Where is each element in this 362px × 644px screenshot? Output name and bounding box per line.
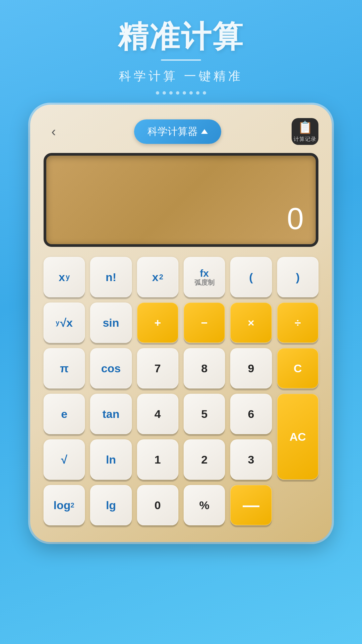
display-value: 0 — [287, 202, 304, 236]
btn-x2[interactable]: x2 — [137, 257, 178, 297]
btn-yroot[interactable]: y√x — [44, 303, 85, 343]
btn-equals[interactable]: — — [230, 485, 272, 525]
btn-cos[interactable]: cos — [90, 348, 131, 388]
arrow-up-icon — [201, 129, 208, 134]
btn-divide[interactable]: ÷ — [277, 303, 318, 343]
dot-8 — [203, 91, 206, 95]
dot-6 — [189, 91, 193, 95]
calculator-body: ‹ 科学计算器 📋 计算记录 0 xy n! x2 fx 弧度制 ( ) — [30, 105, 332, 542]
hero-divider — [161, 59, 201, 61]
button-grid: xy n! x2 fx 弧度制 ( ) y√x sin + − × ÷ π co… — [44, 257, 318, 525]
btn-2[interactable]: 2 — [184, 439, 225, 480]
btn-fx[interactable]: fx 弧度制 — [184, 257, 225, 297]
mode-label: 科学计算器 — [147, 125, 198, 139]
calc-top-bar: ‹ 科学计算器 📋 计算记录 — [44, 118, 318, 145]
btn-3[interactable]: 3 — [230, 439, 272, 480]
btn-9[interactable]: 9 — [230, 348, 272, 388]
btn-1[interactable]: 1 — [137, 439, 178, 480]
btn-7[interactable]: 7 — [137, 348, 178, 388]
btn-sin[interactable]: sin — [90, 303, 131, 343]
btn-right-paren[interactable]: ) — [277, 257, 318, 297]
btn-minus[interactable]: − — [184, 303, 225, 343]
btn-5[interactable]: 5 — [184, 394, 225, 434]
btn-factorial[interactable]: n! — [90, 257, 131, 297]
mode-button[interactable]: 科学计算器 — [134, 119, 221, 144]
btn-percent[interactable]: % — [184, 485, 225, 525]
dot-5 — [183, 91, 186, 95]
btn-allclear[interactable]: AC — [277, 394, 318, 480]
history-label: 计算记录 — [294, 136, 316, 143]
btn-lg[interactable]: lg — [90, 485, 131, 525]
btn-0[interactable]: 0 — [137, 485, 178, 525]
dot-3 — [169, 91, 173, 95]
history-button[interactable]: 📋 计算记录 — [292, 118, 318, 145]
btn-multiply[interactable]: × — [230, 303, 272, 343]
hero-subtitle: 科学计算 一键精准 — [119, 68, 243, 85]
hero-dots — [156, 91, 206, 95]
back-button[interactable]: ‹ — [44, 121, 64, 142]
btn-ln[interactable]: ln — [90, 439, 131, 480]
hero-title: 精准计算 — [118, 20, 244, 53]
dot-2 — [163, 91, 166, 95]
btn-plus[interactable]: + — [137, 303, 178, 343]
btn-4[interactable]: 4 — [137, 394, 178, 434]
display-screen: 0 — [44, 153, 318, 247]
dot-7 — [196, 91, 199, 95]
hero-section: 精准计算 科学计算 一键精准 — [0, 0, 362, 105]
btn-xy[interactable]: xy — [44, 257, 85, 297]
btn-sqrt[interactable]: √ — [44, 439, 85, 480]
dot-4 — [176, 91, 179, 95]
btn-6[interactable]: 6 — [230, 394, 272, 434]
btn-pi[interactable]: π — [44, 348, 85, 388]
btn-left-paren[interactable]: ( — [230, 257, 272, 297]
btn-clear[interactable]: C — [277, 348, 318, 388]
btn-tan[interactable]: tan — [90, 394, 131, 434]
dot-1 — [156, 91, 159, 95]
btn-8[interactable]: 8 — [184, 348, 225, 388]
clipboard-icon: 📋 — [298, 120, 313, 135]
btn-e[interactable]: e — [44, 394, 85, 434]
btn-log2[interactable]: log2 — [44, 485, 85, 525]
